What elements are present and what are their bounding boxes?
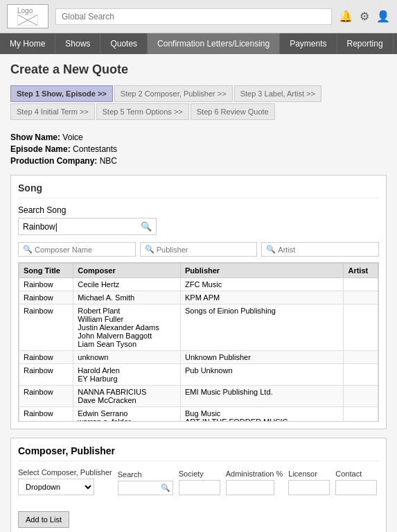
publisher-filter-icon: 🔍 <box>145 245 155 254</box>
user-icon[interactable]: 👤 <box>376 10 390 23</box>
cell-composer: unknown <box>73 351 181 364</box>
cell-publisher: EMI Music Publishing Ltd. <box>181 386 344 407</box>
step-6[interactable]: Step 6 Review Quote <box>191 103 275 120</box>
song-table-wrap: Song Title Composer Publisher Artist Rai… <box>18 262 379 422</box>
nav-quotes[interactable]: Quotes <box>100 33 148 54</box>
gear-icon[interactable]: ⚙ <box>360 10 369 23</box>
nav-shows[interactable]: Shows <box>55 33 100 54</box>
nav-reporting[interactable]: Reporting <box>337 33 394 54</box>
cell-composer: NANNA FABRICIUSDave McCracken <box>73 386 181 407</box>
search-song-input[interactable] <box>23 222 141 232</box>
add-to-list-button[interactable]: Add to List <box>18 511 69 528</box>
table-row[interactable]: Rainbow Michael A. Smith KPM APM <box>19 291 378 304</box>
cell-artist <box>344 291 378 304</box>
comp-pub-search-icon: 🔍 <box>161 483 170 492</box>
show-info: Show Name: Voice Episode Name: Contestan… <box>10 128 387 175</box>
table-row[interactable]: Rainbow Harold ArlenEY Harburg Pub Unkno… <box>19 364 378 386</box>
header-icons: 🔔 ⚙ 👤 <box>339 10 390 23</box>
contact-field: Contact <box>335 470 377 495</box>
col-artist: Artist <box>344 264 378 278</box>
production-company-val: NBC <box>100 156 117 166</box>
cell-publisher: Songs of Einion Publishing <box>181 304 344 351</box>
header: Logo 🔔 ⚙ 👤 <box>0 0 397 33</box>
composer-publisher-section: Composer, Publisher Select Composer, Pub… <box>10 438 387 532</box>
select-composer-label: Select Composer, Publisher <box>18 468 112 477</box>
step-1[interactable]: Step 1 Show, Episode >> <box>10 85 113 102</box>
comp-pub-search-wrap: 🔍 <box>118 481 173 495</box>
licensor-label: Licensor <box>288 470 330 478</box>
page-title: Create a New Quote <box>10 62 387 77</box>
table-row[interactable]: Rainbow Edwin Serranowarren o. felderKAS… <box>19 407 378 422</box>
col-song-title: Song Title <box>19 264 73 278</box>
step-2[interactable]: Step 2 Composer, Publisher >> <box>114 85 233 102</box>
logo: Logo <box>7 4 48 28</box>
admin-pct-input[interactable] <box>226 480 274 495</box>
show-name-val: Voice <box>62 132 82 142</box>
comp-pub-fields-row: Select Composer, Publisher Dropdown Sear… <box>18 468 379 528</box>
table-row[interactable]: Rainbow unknown Unknown Publisher <box>19 351 378 364</box>
main-nav: My Home Shows Quotes Confirmation Letter… <box>0 33 397 54</box>
cell-publisher: KPM APM <box>181 291 344 304</box>
table-row[interactable]: Rainbow NANNA FABRICIUSDave McCracken EM… <box>19 386 378 407</box>
cell-artist <box>344 364 378 386</box>
step-3[interactable]: Step 3 Label, Artist >> <box>234 85 321 102</box>
nav-payments[interactable]: Payments <box>280 33 337 54</box>
admin-pct-label: Administration % <box>226 470 283 478</box>
episode-name-row: Episode Name: Contestants <box>10 144 387 154</box>
cell-composer: Michael A. Smith <box>73 291 181 304</box>
production-company-label: Production Company: <box>10 156 97 166</box>
cell-publisher: ZFC Music <box>181 278 344 291</box>
cell-artist <box>344 407 378 422</box>
cell-song-title: Rainbow <box>19 407 73 422</box>
step-5[interactable]: Step 5 Term Options >> <box>96 103 189 120</box>
cell-publisher: Pub Unknown <box>181 364 344 386</box>
production-company-row: Production Company: NBC <box>10 156 387 166</box>
show-name-label: Show Name: <box>10 132 60 142</box>
show-name-row: Show Name: Voice <box>10 132 387 142</box>
publisher-filter-wrap: 🔍 <box>140 242 258 257</box>
cell-publisher: Bug MusicART IN THE FODDER MUSICDAD S DR… <box>181 407 344 422</box>
song-section: Song Search Song 🔍 🔍 🔍 🔍 <box>10 175 387 429</box>
composer-filter-wrap: 🔍 <box>18 242 136 257</box>
cell-publisher: Unknown Publisher <box>181 351 344 364</box>
song-table: Song Title Composer Publisher Artist Rai… <box>19 263 378 422</box>
cell-artist <box>344 351 378 364</box>
artist-filter-input[interactable] <box>278 246 374 254</box>
col-publisher: Publisher <box>181 264 344 278</box>
global-search-input[interactable] <box>55 8 332 25</box>
logo-text: Logo <box>17 7 38 26</box>
cell-song-title: Rainbow <box>19 304 73 351</box>
nav-confirmation-letters[interactable]: Confirmation Letters/Licensing <box>148 33 280 54</box>
artist-filter-icon: 🔍 <box>266 245 276 254</box>
society-input[interactable] <box>179 480 220 495</box>
cell-composer: Robert PlantWilliam FullerJustin Alexand… <box>73 304 181 351</box>
cell-song-title: Rainbow <box>19 291 73 304</box>
comp-pub-search-input[interactable] <box>123 484 161 492</box>
select-composer-field: Select Composer, Publisher Dropdown <box>18 468 112 495</box>
publisher-filter-input[interactable] <box>157 246 253 254</box>
cell-composer: Cecile Hertz <box>73 278 181 291</box>
cell-song-title: Rainbow <box>19 386 73 407</box>
cell-composer: Edwin Serranowarren o. felderKASIA LIVIN… <box>73 407 181 422</box>
search-song-label: Search Song <box>18 205 379 215</box>
admin-pct-field: Administration % <box>226 470 283 495</box>
nav-my-home[interactable]: My Home <box>0 33 55 54</box>
licensor-input[interactable] <box>288 480 330 495</box>
step-4[interactable]: Step 4 Initial Term >> <box>10 103 95 120</box>
song-section-title: Song <box>18 182 379 198</box>
cell-artist <box>344 278 378 291</box>
contact-input[interactable] <box>335 480 377 495</box>
table-row[interactable]: Rainbow Robert PlantWilliam FullerJustin… <box>19 304 378 351</box>
table-row[interactable]: Rainbow Cecile Hertz ZFC Music <box>19 278 378 291</box>
bell-icon[interactable]: 🔔 <box>339 10 353 23</box>
cell-song-title: Rainbow <box>19 364 73 386</box>
composer-filter-input[interactable] <box>35 246 131 254</box>
cell-song-title: Rainbow <box>19 351 73 364</box>
episode-name-label: Episode Name: <box>10 144 71 154</box>
licensor-field: Licensor <box>288 470 330 495</box>
composer-filter-icon: 🔍 <box>23 245 33 254</box>
society-label: Society <box>179 470 220 478</box>
add-to-list-field: Add to List <box>18 501 69 528</box>
select-composer-dropdown[interactable]: Dropdown <box>18 479 94 495</box>
search-song-icon: 🔍 <box>141 221 152 232</box>
